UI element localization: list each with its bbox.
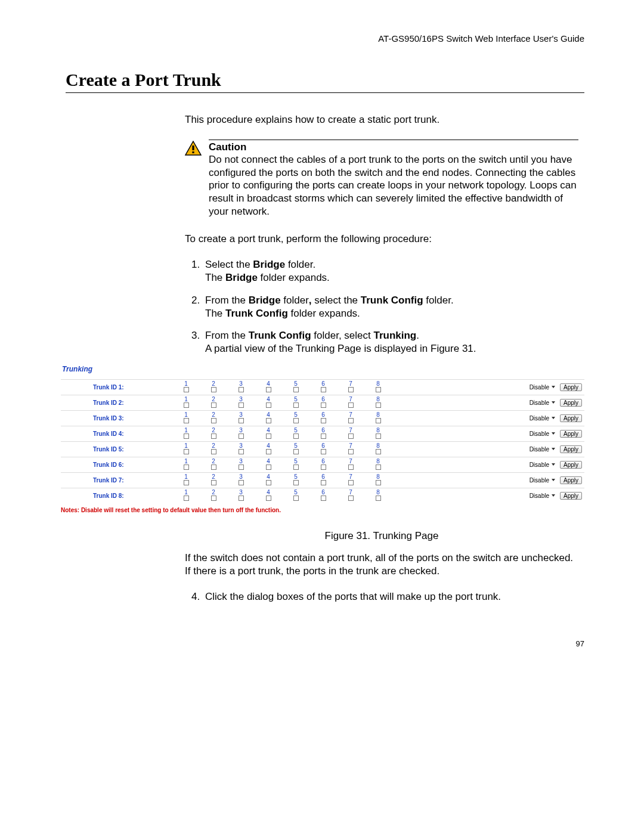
port-number: 2 [202,443,225,449]
port-checkbox[interactable] [293,465,299,470]
state-dropdown[interactable]: Disable [528,431,556,437]
port-checkbox[interactable] [348,496,354,501]
state-dropdown[interactable]: Disable [528,493,556,499]
port-checkbox[interactable] [321,465,326,470]
port-checkbox[interactable] [266,387,271,392]
port-cell: 8 [364,472,392,488]
port-checkbox[interactable] [239,387,244,392]
port-cell: 5 [282,488,309,503]
port-checkbox[interactable] [293,418,299,423]
port-checkbox[interactable] [266,480,271,485]
port-checkbox[interactable] [376,449,381,454]
port-checkbox[interactable] [239,402,244,408]
apply-button[interactable]: Apply [560,399,582,407]
port-checkbox[interactable] [266,418,271,423]
apply-button[interactable]: Apply [560,430,582,438]
port-number: 1 [174,428,198,433]
port-cell: 7 [337,410,364,426]
apply-button[interactable]: Apply [560,461,582,469]
port-checkbox[interactable] [293,433,299,439]
port-checkbox[interactable] [211,465,216,470]
state-dropdown[interactable]: Disable [528,400,556,406]
port-checkbox[interactable] [376,402,381,408]
port-checkbox[interactable] [321,387,326,392]
chevron-down-icon [552,417,555,419]
port-checkbox[interactable] [321,449,326,454]
port-checkbox[interactable] [266,433,271,439]
port-checkbox[interactable] [211,449,216,454]
port-number: 8 [366,443,390,449]
port-checkbox[interactable] [376,465,381,470]
port-checkbox[interactable] [321,433,326,439]
port-checkbox[interactable] [239,465,244,470]
port-checkbox[interactable] [376,433,381,439]
port-checkbox[interactable] [376,387,381,392]
port-checkbox[interactable] [184,480,189,485]
port-number: 8 [366,381,390,387]
port-checkbox[interactable] [348,449,354,454]
port-cell: 4 [255,379,282,395]
port-number: 3 [229,397,253,402]
apply-button[interactable]: Apply [560,492,582,500]
port-number: 2 [202,474,225,480]
port-checkbox[interactable] [184,465,189,470]
port-checkbox[interactable] [239,480,244,485]
port-checkbox[interactable] [376,418,381,423]
apply-button[interactable]: Apply [560,383,582,391]
step-1: Select the Bridge folder. The Bridge fol… [203,258,578,284]
port-checkbox[interactable] [376,480,381,485]
port-checkbox[interactable] [293,402,299,408]
port-checkbox[interactable] [293,496,299,501]
port-checkbox[interactable] [293,480,299,485]
port-checkbox[interactable] [348,465,354,470]
port-checkbox[interactable] [184,449,189,454]
apply-button[interactable]: Apply [560,476,582,484]
port-checkbox[interactable] [211,402,216,408]
port-checkbox[interactable] [293,449,299,454]
port-checkbox[interactable] [239,418,244,423]
port-checkbox[interactable] [211,433,216,439]
port-cell: 4 [255,488,282,503]
port-checkbox[interactable] [348,480,354,485]
port-checkbox[interactable] [184,496,189,501]
port-checkbox[interactable] [348,402,354,408]
port-cell: 6 [309,379,337,395]
port-checkbox[interactable] [184,402,189,408]
port-checkbox[interactable] [184,418,189,423]
port-number: 5 [284,459,308,465]
port-checkbox[interactable] [266,449,271,454]
port-checkbox[interactable] [321,480,326,485]
port-cell: 5 [282,395,309,410]
port-checkbox[interactable] [321,418,326,423]
trunk-row: Trunk ID 1:12345678DisableApply [61,379,584,395]
port-checkbox[interactable] [184,387,189,392]
port-checkbox[interactable] [321,402,326,408]
port-checkbox[interactable] [266,465,271,470]
state-dropdown[interactable]: Disable [528,384,556,391]
figure-caption: Figure 31. Trunking Page [185,530,578,542]
port-checkbox[interactable] [321,496,326,501]
port-cell: 1 [172,395,200,410]
state-dropdown[interactable]: Disable [528,477,556,484]
port-checkbox[interactable] [211,496,216,501]
port-checkbox[interactable] [348,387,354,392]
port-checkbox[interactable] [266,496,271,501]
state-dropdown[interactable]: Disable [528,415,556,422]
port-checkbox[interactable] [211,480,216,485]
port-checkbox[interactable] [239,496,244,501]
port-checkbox[interactable] [266,402,271,408]
port-checkbox[interactable] [239,449,244,454]
port-checkbox[interactable] [211,418,216,423]
port-checkbox[interactable] [348,433,354,439]
state-dropdown[interactable]: Disable [528,446,556,453]
port-checkbox[interactable] [184,433,189,439]
port-checkbox[interactable] [376,496,381,501]
state-dropdown[interactable]: Disable [528,462,556,468]
port-number: 6 [311,490,335,496]
apply-button[interactable]: Apply [560,445,582,453]
port-checkbox[interactable] [293,387,299,392]
apply-button[interactable]: Apply [560,414,582,422]
port-checkbox[interactable] [211,387,216,392]
port-checkbox[interactable] [239,433,244,439]
port-checkbox[interactable] [348,418,354,423]
